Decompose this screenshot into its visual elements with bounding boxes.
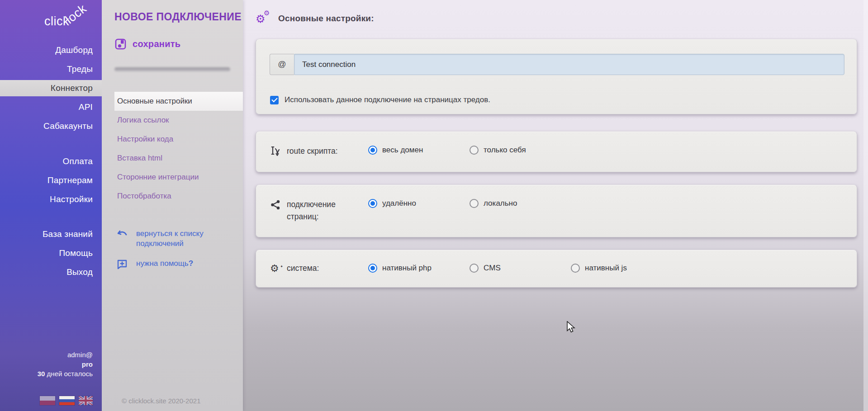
option-cms: CMS <box>470 264 501 273</box>
at-prefix: @ <box>270 54 294 75</box>
user-plan: pro <box>38 359 93 369</box>
panel-title: НОВОЕ ПОДКЛЮЧЕНИЕ <box>114 11 242 23</box>
radio-local[interactable] <box>470 199 479 208</box>
need-help-link[interactable]: нужна помощь? <box>117 259 230 270</box>
save-button-label: сохранить <box>133 39 180 49</box>
sidebar-item-settings[interactable]: Настройки <box>0 190 102 209</box>
menu-item-integrations[interactable]: Сторонние интеграции <box>114 168 243 187</box>
back-to-connections-label: вернуться к списку подключений <box>136 229 230 249</box>
save-button[interactable]: сохранить <box>114 38 180 50</box>
panel-divider <box>114 67 230 71</box>
radio-whole-domain[interactable] <box>368 146 377 155</box>
system-label: система: <box>287 262 319 274</box>
option-local: локально <box>470 199 517 208</box>
copyright-footer: © clicklock.site 2020-2021 <box>122 397 200 405</box>
radio-remote[interactable] <box>368 199 377 208</box>
gears-icon: ⚙⚙ <box>256 11 271 26</box>
menu-item-code-settings[interactable]: Настройки кода <box>114 130 243 149</box>
radio-native-php[interactable] <box>368 264 377 273</box>
menu-item-html-insert[interactable]: Вставка html <box>114 149 243 168</box>
undo-arrow-icon <box>117 229 128 249</box>
user-days-left: 30 дней осталось <box>38 369 93 378</box>
route-icon <box>270 145 282 157</box>
need-help-label: нужна помощь? <box>136 259 193 270</box>
gear-icon: ⚙✦ <box>270 263 282 274</box>
sidebar-item-help[interactable]: Помощь <box>0 244 102 263</box>
menu-item-postprocessing[interactable]: Постобработка <box>114 187 243 206</box>
menu-item-basic-settings[interactable]: Основные настройки <box>114 92 243 111</box>
system-card: ⚙✦ система: нативный php CMS нативный js <box>256 250 857 288</box>
system-label-group: ⚙✦ система: <box>270 262 319 274</box>
sidebar-item-threads[interactable]: Треды <box>0 60 102 79</box>
sidebar: click lock Дашборд Треды Коннектор API С… <box>0 0 102 411</box>
sidebar-item-payment[interactable]: Оплата <box>0 152 102 171</box>
script-route-label-group: route скрипта: <box>270 145 338 157</box>
menu-item-link-logic[interactable]: Логика ссылок <box>114 111 243 130</box>
flag-poland-icon[interactable] <box>40 396 55 405</box>
main-content: ⚙⚙ Основные настройки: @ Test connection… <box>243 0 868 411</box>
sidebar-item-subaccounts[interactable]: Сабакаунты <box>0 117 102 136</box>
sidebar-item-api[interactable]: API <box>0 98 102 117</box>
script-route-label: route скрипта: <box>287 145 338 157</box>
radio-only-self[interactable] <box>470 146 479 155</box>
script-route-card: route скрипта: весь домен только себя <box>256 131 857 172</box>
connection-name-value: Test connection <box>302 60 356 69</box>
connection-settings-menu: Основные настройки Логика ссылок Настрой… <box>114 92 243 206</box>
user-info: admin@ pro 30 дней осталось <box>38 350 93 378</box>
use-on-threads-row: Использовать данное подключение на стран… <box>270 95 490 104</box>
connection-name-card: @ Test connection Использовать данное по… <box>256 39 857 114</box>
radio-cms[interactable] <box>470 264 479 273</box>
connection-panel: НОВОЕ ПОДКЛЮЧЕНИЕ сохранить Основные нас… <box>102 0 243 411</box>
panel-links: вернуться к списку подключений нужна пом… <box>117 229 230 270</box>
sidebar-item-partners[interactable]: Партнерам <box>0 171 102 190</box>
language-switcher <box>40 396 93 405</box>
connection-name-input[interactable]: Test connection <box>294 54 844 75</box>
use-on-threads-checkbox[interactable] <box>270 96 279 104</box>
option-native-php: нативный php <box>368 264 432 273</box>
add-comment-icon <box>117 259 128 270</box>
connection-name-input-group: @ Test connection <box>270 54 844 75</box>
sidebar-item-connector[interactable]: Коннектор <box>0 80 102 96</box>
mouse-cursor <box>567 321 577 335</box>
main-header: ⚙⚙ Основные настройки: <box>256 11 374 26</box>
sidebar-nav: Дашборд Треды Коннектор API Сабакаунты О… <box>0 41 102 282</box>
clicklock-logo[interactable]: click lock <box>44 6 99 33</box>
option-native-js: нативный js <box>571 264 627 273</box>
use-on-threads-label: Использовать данное подключение на стран… <box>285 95 490 104</box>
user-email: admin@ <box>38 350 93 359</box>
flag-russia-icon[interactable] <box>59 396 75 405</box>
sidebar-item-knowledge-base[interactable]: База знаний <box>0 225 102 244</box>
option-remote: удалённо <box>368 199 416 208</box>
sidebar-item-dashboard[interactable]: Дашборд <box>0 41 102 60</box>
flag-uk-icon[interactable] <box>79 396 93 405</box>
radio-native-js[interactable] <box>571 264 580 273</box>
option-only-self: только себя <box>470 146 526 155</box>
right-edge-strip <box>863 0 868 411</box>
main-header-title: Основные настройки: <box>278 14 374 24</box>
sidebar-item-logout[interactable]: Выход <box>0 263 102 282</box>
option-whole-domain: весь домен <box>368 146 423 155</box>
floppy-disk-icon <box>114 38 127 50</box>
pages-connection-label-group: подключение страниц: <box>270 198 360 223</box>
back-to-connections-link[interactable]: вернуться к списку подключений <box>117 229 230 249</box>
pages-connection-card: подключение страниц: удалённо локально <box>256 184 857 237</box>
pages-connection-label: подключение страниц: <box>287 198 360 223</box>
share-icon <box>270 198 282 223</box>
